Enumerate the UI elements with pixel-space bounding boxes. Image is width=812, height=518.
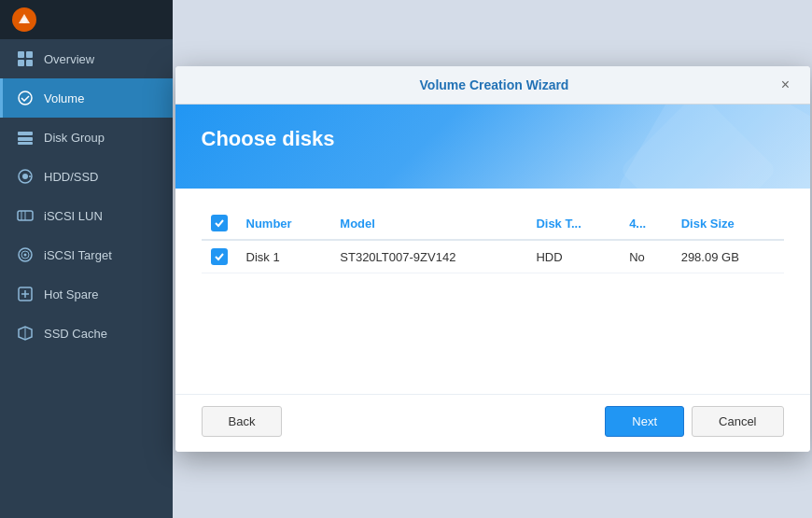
app-logo-icon (11, 7, 37, 33)
svg-rect-7 (18, 132, 33, 135)
row-model: ST320LT007-9ZV142 (330, 240, 526, 273)
modal-body: Number Model Disk T... 4... Disk Size (175, 189, 810, 394)
col-header-model: Model (330, 207, 526, 240)
modal-titlebar: Volume Creation Wizard × (175, 66, 810, 105)
hot-spare-icon (16, 285, 35, 303)
svg-rect-4 (18, 60, 24, 66)
sidebar-item-overview[interactable]: Overview (0, 39, 173, 78)
row-disk-size: 298.09 GB (672, 240, 784, 273)
sidebar-item-label-hot-spare: Hot Spare (44, 287, 99, 301)
col-header-number: Number (237, 207, 331, 240)
sidebar-item-label-iscsi-target: iSCSI Target (44, 248, 112, 262)
overview-icon (16, 49, 35, 68)
sidebar-item-volume[interactable]: Volume (0, 78, 173, 118)
main-content: Volume Creation Wizard × Choose disks (173, 0, 812, 518)
row-col4: No (620, 240, 672, 273)
sidebar-item-label-disk-group: Disk Group (44, 131, 105, 145)
sidebar: Overview Volume Disk Group (0, 0, 173, 518)
sidebar-item-hot-spare[interactable]: Hot Spare (0, 274, 173, 314)
col-header-check (202, 207, 237, 240)
svg-rect-9 (18, 142, 33, 145)
col-header-col4: 4... (620, 207, 672, 240)
volume-creation-wizard-modal: Volume Creation Wizard × Choose disks (175, 66, 810, 452)
col-header-disk-type: Disk T... (526, 207, 620, 240)
sidebar-item-ssd-cache[interactable]: SSD Cache (0, 314, 173, 353)
iscsi-target-icon (16, 245, 35, 264)
col-header-disk-size: Disk Size (672, 207, 784, 240)
footer-right-buttons: Next Cancel (605, 406, 783, 437)
row-checkbox[interactable] (211, 248, 228, 265)
sidebar-item-label-volume: Volume (44, 91, 84, 105)
hdd-ssd-icon (16, 167, 35, 186)
svg-rect-2 (18, 51, 24, 58)
table-row[interactable]: Disk 1 ST320LT007-9ZV142 HDD No 298.09 G… (202, 240, 784, 273)
iscsi-lun-icon (16, 206, 35, 225)
disk-table: Number Model Disk T... 4... Disk Size (202, 207, 784, 273)
volume-icon (16, 89, 35, 107)
svg-point-11 (22, 174, 28, 179)
disk-group-icon (16, 128, 35, 147)
row-number: Disk 1 (237, 240, 331, 273)
svg-point-1 (21, 18, 27, 23)
sidebar-item-label-overview: Overview (44, 52, 94, 66)
back-button[interactable]: Back (202, 406, 283, 437)
svg-point-12 (29, 175, 31, 177)
sidebar-item-disk-group[interactable]: Disk Group (0, 118, 173, 157)
sidebar-logo (0, 0, 173, 39)
sidebar-item-label-hdd-ssd: HDD/SSD (44, 170, 99, 184)
sidebar-item-hdd-ssd[interactable]: HDD/SSD (0, 157, 173, 196)
svg-rect-3 (26, 51, 33, 58)
next-button[interactable]: Next (605, 406, 684, 437)
svg-point-18 (24, 254, 27, 257)
cancel-button[interactable]: Cancel (692, 406, 783, 437)
modal-header-banner: Choose disks (175, 105, 810, 189)
ssd-cache-icon (16, 324, 35, 343)
modal-close-button[interactable]: × (777, 76, 795, 94)
row-disk-type: HDD (526, 240, 620, 273)
sidebar-item-label-iscsi-lun: iSCSI LUN (44, 209, 103, 223)
sidebar-item-iscsi-target[interactable]: iSCSI Target (0, 235, 173, 274)
row-checkbox-cell[interactable] (202, 240, 237, 273)
svg-rect-5 (26, 60, 33, 66)
modal-title: Volume Creation Wizard (213, 77, 777, 92)
modal-footer: Back Next Cancel (175, 394, 810, 452)
sidebar-item-iscsi-lun[interactable]: iSCSI LUN (0, 196, 173, 235)
svg-point-6 (19, 91, 32, 105)
sidebar-item-label-ssd-cache: SSD Cache (44, 327, 107, 341)
modal-step-title: Choose disks (202, 127, 784, 151)
header-checkbox[interactable] (211, 215, 228, 231)
svg-rect-8 (18, 137, 33, 141)
